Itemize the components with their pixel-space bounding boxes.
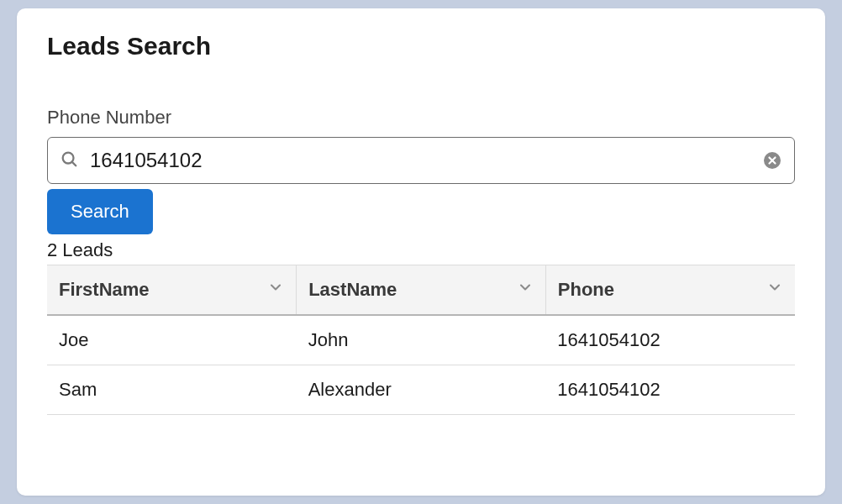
leads-search-card: Leads Search Phone Number Search 2 Leads (17, 8, 825, 496)
table-row: Sam Alexander 1641054102 (47, 365, 795, 415)
column-header-phone-label: Phone (558, 279, 614, 301)
cell-lastname: Alexander (297, 365, 546, 415)
cell-firstname: Joe (47, 315, 297, 365)
column-header-firstname: FirstName (47, 265, 297, 316)
search-icon (60, 150, 78, 171)
column-header-lastname: LastName (297, 265, 546, 316)
table-header-row: FirstName LastName (47, 265, 795, 316)
cell-lastname: John (297, 315, 546, 365)
column-header-lastname-label: LastName (308, 279, 397, 301)
cell-phone: 1641054102 (545, 365, 795, 415)
search-button[interactable]: Search (47, 189, 153, 234)
chevron-down-icon[interactable] (517, 279, 534, 301)
table-row: Joe John 1641054102 (47, 315, 795, 365)
phone-number-input[interactable] (90, 138, 762, 183)
chevron-down-icon[interactable] (267, 279, 284, 301)
chevron-down-icon[interactable] (766, 279, 783, 301)
page-title: Leads Search (47, 32, 795, 60)
cell-phone: 1641054102 (545, 315, 795, 365)
clear-icon[interactable] (762, 150, 782, 171)
cell-firstname: Sam (47, 365, 297, 415)
phone-number-label: Phone Number (47, 107, 795, 129)
results-count: 2 Leads (47, 239, 795, 261)
results-table: FirstName LastName (47, 265, 795, 415)
column-header-phone: Phone (545, 265, 795, 316)
column-header-firstname-label: FirstName (59, 279, 150, 301)
svg-line-1 (72, 162, 76, 165)
phone-input-wrapper (47, 137, 795, 184)
